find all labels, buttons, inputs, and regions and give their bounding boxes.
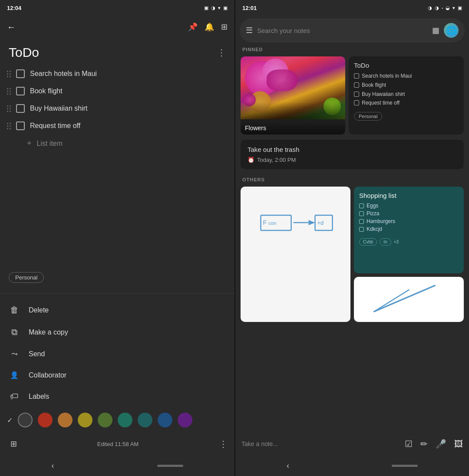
mic-icon[interactable]: 🎤	[436, 439, 446, 449]
pinned-tag[interactable]: Personal	[354, 112, 382, 121]
draw-icon[interactable]: ✏	[420, 439, 428, 449]
delete-action[interactable]: 🗑 Delete	[7, 299, 228, 321]
color-purple[interactable]	[178, 413, 192, 427]
sketch-card[interactable]: F con +d	[241, 187, 350, 322]
drag-handle-2	[7, 88, 11, 95]
mini-check-1	[354, 73, 359, 79]
color-red[interactable]	[38, 413, 53, 427]
reminder-icon[interactable]: 🔔	[205, 22, 214, 32]
shop-tag-1[interactable]: Cvbb	[359, 238, 377, 246]
search-input[interactable]: Search your notes	[257, 27, 428, 34]
note-menu-button[interactable]: ⋮	[217, 47, 226, 58]
send-icon: ⤳	[9, 349, 20, 359]
color-dark-teal[interactable]	[138, 413, 152, 427]
pin-icon[interactable]: 📌	[188, 22, 198, 32]
image-icon[interactable]: 🖼	[454, 439, 463, 449]
color-default[interactable]	[18, 413, 33, 427]
checkbox-2[interactable]	[16, 87, 25, 95]
drag-handle-4	[7, 123, 11, 129]
search-bar[interactable]: ☰ Search your notes ▦ 🌐	[240, 18, 465, 43]
bottom-nav-left: ‹	[0, 455, 234, 476]
todo-text-3: Buy Hawaiian shirt	[30, 105, 88, 112]
note-title-row: ToDo ⋮	[0, 38, 234, 63]
todo-item-3[interactable]: Buy Hawaiian shirt	[7, 100, 228, 117]
bottom-add-icon[interactable]: ⊞	[10, 439, 17, 449]
menu-icon[interactable]: ☰	[246, 26, 253, 35]
collaborator-label: Collaborator	[29, 371, 66, 379]
shop-tag-2[interactable]: In	[380, 238, 391, 246]
collaborator-action[interactable]: 👤 Collaborator	[7, 365, 228, 385]
shop-tags: Cvbb In +3	[359, 238, 459, 246]
shop-item-1: Eggs	[359, 203, 459, 209]
nav-back-left[interactable]: ‹	[52, 461, 54, 470]
mini-todo-3: Buy Hawaiian shirt	[362, 91, 405, 98]
color-blue[interactable]	[158, 413, 172, 427]
mini-todo-4: Request time off	[362, 99, 400, 107]
todo-list: Search hotels in Maui Book flight Buy Ha…	[0, 63, 234, 267]
todo-item-4[interactable]: Request time off	[7, 117, 228, 135]
shop-check-1	[359, 204, 364, 208]
svg-line-7	[374, 286, 435, 312]
orientation-icon: ◒	[446, 5, 450, 11]
pinned-label: PINNED	[235, 43, 469, 55]
shopping-card[interactable]: Shopping list Eggs Pizza Hamburgers Kdkc…	[354, 187, 464, 273]
left-topbar: ← 📌 🔔 ⊞	[0, 16, 234, 38]
checkbox-4[interactable]	[16, 121, 25, 130]
shop-check-3	[359, 219, 364, 224]
checkbox-1[interactable]	[16, 69, 25, 78]
nav-back-right[interactable]: ‹	[287, 461, 289, 470]
avatar-image: 🌐	[446, 25, 457, 36]
grid-view-icon[interactable]: ▦	[432, 26, 439, 35]
checklist-icon[interactable]: ☑	[405, 439, 413, 449]
send-action[interactable]: ⤳ Send	[7, 343, 228, 365]
checkbox-3[interactable]	[16, 104, 25, 113]
take-note-input[interactable]: Take a note...	[241, 440, 397, 447]
pinned-item-2: Book flight	[354, 82, 459, 89]
reminder-card[interactable]: Take out the trash ⏰ Today, 2:00 PM	[241, 140, 464, 169]
tag-row: Personal	[0, 267, 234, 288]
shop-text-2: Pizza	[367, 210, 379, 217]
labels-action[interactable]: 🏷 Labels	[7, 385, 228, 407]
todo-item-2[interactable]: Book flight	[7, 82, 228, 100]
color-yellow[interactable]	[78, 413, 92, 427]
color-green[interactable]	[98, 413, 112, 427]
sim-icon: ▣	[204, 5, 208, 11]
battery-icon: ▣	[223, 5, 228, 11]
delete-label: Delete	[29, 306, 49, 314]
add-note-icon[interactable]: ⊞	[221, 22, 228, 32]
send-label: Send	[29, 350, 45, 358]
status-bar-left: 12:04 ▣ ◑ ▾ ▣	[0, 0, 234, 16]
speaker-icon: ◑	[435, 5, 439, 11]
clock-icon: ⏰	[248, 157, 254, 163]
note-title[interactable]: ToDo	[9, 45, 39, 60]
reminder-time-row: ⏰ Today, 2:00 PM	[248, 157, 457, 163]
svg-text:con: con	[269, 220, 277, 226]
shop-item-4: Kdkcjd	[359, 226, 459, 232]
personal-tag[interactable]: Personal	[9, 272, 44, 283]
sketch-content: F con +d	[241, 187, 350, 322]
collaborator-icon: 👤	[9, 371, 20, 379]
flower-image	[241, 56, 345, 119]
add-item-row[interactable]: + List item	[7, 135, 228, 152]
todo-item-1[interactable]: Search hotels in Maui	[7, 65, 228, 82]
status-icons-left: ▣ ◑ ▾ ▣	[204, 5, 228, 11]
wifi-icon: ▾	[218, 5, 221, 11]
copy-action[interactable]: ⧉ Make a copy	[7, 321, 228, 343]
todo-text-2: Book flight	[30, 87, 63, 95]
action-menu: 🗑 Delete ⧉ Make a copy ⤳ Send 👤 Collabor…	[0, 299, 234, 407]
status-bar-right: 12:01 ◑ ◑ • ◒ ▾ ▣	[235, 0, 469, 16]
color-teal[interactable]	[118, 413, 132, 427]
flowers-card[interactable]: Flowers	[241, 56, 345, 135]
bottom-menu-button[interactable]: ⋮	[219, 439, 228, 449]
color-orange[interactable]	[58, 413, 73, 427]
todo-pinned-card[interactable]: ToDo Search hotels in Maui Book flight B…	[349, 56, 464, 135]
nav-pill-right	[392, 465, 418, 467]
todo-text-4: Request time off	[30, 122, 80, 130]
labels-label: Labels	[29, 393, 49, 400]
avatar[interactable]: 🌐	[444, 23, 459, 38]
back-button[interactable]: ←	[7, 22, 16, 32]
bottom-nav-right: ‹	[235, 455, 469, 476]
sketch-card-2[interactable]	[354, 277, 464, 322]
pinned-item-1: Search hotels in Maui	[354, 72, 459, 80]
others-label: OTHERS	[235, 173, 469, 185]
